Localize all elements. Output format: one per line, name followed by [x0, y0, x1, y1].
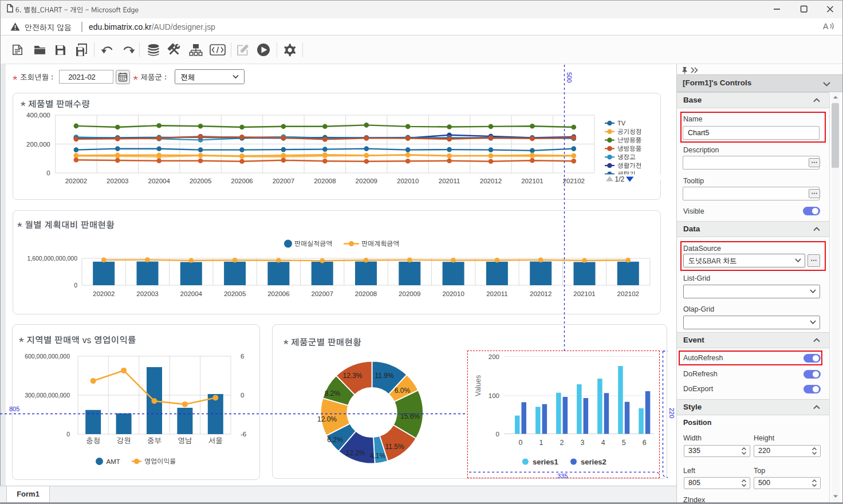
svg-text:335: 335 [557, 472, 568, 479]
svg-text:805: 805 [9, 405, 19, 412]
svg-text:220: 220 [668, 408, 675, 418]
svg-text:500: 500 [566, 72, 573, 82]
svg-text:A: A [823, 22, 829, 30]
